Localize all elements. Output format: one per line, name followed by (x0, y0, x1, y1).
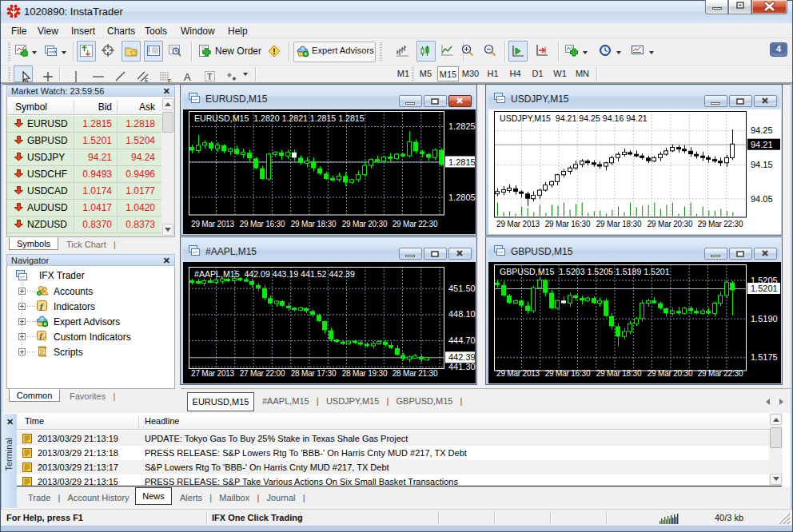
svg-text:29 Mar 16:30: 29 Mar 16:30 (240, 220, 285, 228)
svg-text:29 Mar 2013: 29 Mar 2013 (496, 220, 540, 228)
svg-text:29 Mar 20:30: 29 Mar 20:30 (648, 369, 693, 378)
svg-text:GBPUSD,M15 1.5203 1.5205 1.51: GBPUSD,M15 1.5203 1.5205 1.5189 1.5201 (500, 267, 670, 276)
svg-text:441.30: 441.30 (448, 362, 476, 371)
svg-text:29 Mar 2013: 29 Mar 2013 (496, 369, 540, 378)
svg-text:28 Mar 21:30: 28 Mar 21:30 (393, 369, 438, 378)
svg-text:29 Mar 22:30: 29 Mar 22:30 (698, 220, 743, 228)
svg-text:29 Mar 18:30: 29 Mar 18:30 (596, 220, 642, 228)
svg-text:USDJPY,M15 94.21 94.25 94.16: USDJPY,M15 94.21 94.25 94.16 94.21 (500, 113, 648, 123)
svg-text:A: A (184, 71, 191, 83)
svg-text:1.2815: 1.2815 (448, 157, 476, 167)
svg-text:1.2805: 1.2805 (448, 193, 476, 202)
svg-text:29 Mar 16:30: 29 Mar 16:30 (545, 220, 591, 228)
svg-text:448.10: 448.10 (448, 309, 476, 319)
svg-text:442.39: 442.39 (448, 352, 476, 362)
svg-text:28 Mar 17:30: 28 Mar 17:30 (291, 369, 337, 378)
svg-text:29 Mar 18:30: 29 Mar 18:30 (291, 220, 337, 228)
svg-text:94.15: 94.15 (751, 160, 773, 169)
svg-text:94.21: 94.21 (751, 140, 773, 149)
svg-text:27 Mar 22:00: 27 Mar 22:00 (240, 369, 285, 378)
svg-text:T: T (207, 72, 213, 81)
svg-text:29 Mar 16:30: 29 Mar 16:30 (545, 369, 591, 378)
svg-text:29 Mar 22:30: 29 Mar 22:30 (393, 220, 438, 228)
svg-text:27 Mar 2013: 27 Mar 2013 (191, 369, 235, 378)
svg-text:451.50: 451.50 (448, 284, 476, 293)
svg-text:94.25: 94.25 (751, 125, 773, 135)
svg-text:1.5175: 1.5175 (751, 352, 778, 362)
svg-text:29 Mar 2013: 29 Mar 2013 (191, 220, 235, 228)
svg-text:1.5201: 1.5201 (751, 284, 778, 293)
svg-text:29 Mar 20:30: 29 Mar 20:30 (342, 220, 388, 228)
svg-text:94.05: 94.05 (751, 194, 773, 204)
svg-text:29 Mar 20:30: 29 Mar 20:30 (648, 220, 693, 228)
svg-text:29 Mar 18:30: 29 Mar 18:30 (596, 369, 642, 378)
svg-text:28 Mar 19:30: 28 Mar 19:30 (342, 369, 388, 378)
svg-text:EURUSD,M15 1.2820 1.2821 1.28: EURUSD,M15 1.2820 1.2821 1.2815 1.2815 (194, 113, 365, 123)
svg-text:29 Mar 22:30: 29 Mar 22:30 (698, 369, 743, 378)
svg-text:#AAPL,M15 442.09 443.19 441.5: #AAPL,M15 442.09 443.19 441.52 442.39 (194, 269, 355, 279)
svg-text:444.70: 444.70 (448, 335, 476, 345)
svg-text:1.5190: 1.5190 (751, 314, 778, 324)
svg-text:4: 4 (776, 44, 782, 54)
svg-text:1.2825: 1.2825 (448, 121, 476, 131)
